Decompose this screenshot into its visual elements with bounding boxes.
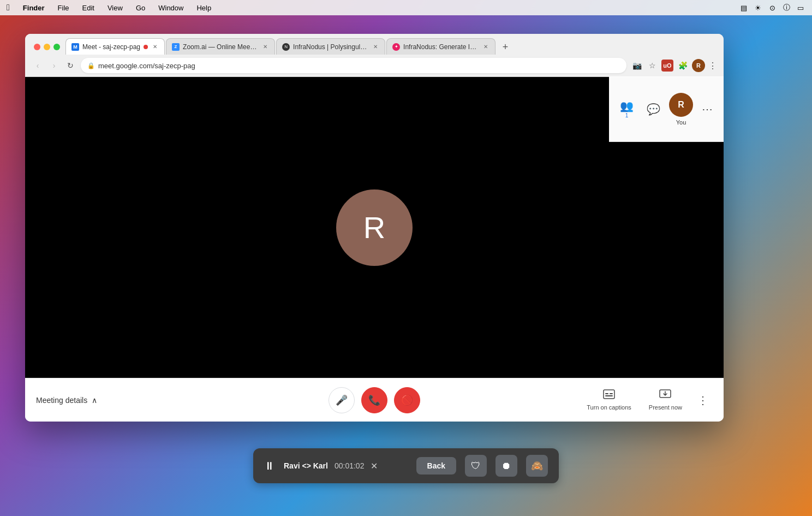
call-duration: 00:01:02 (335, 461, 365, 470)
menu-file[interactable]: File (56, 3, 71, 13)
infra2-favicon: ✦ (392, 43, 400, 51)
tab-meet-label: Meet - saj-zecp-pag (82, 43, 140, 51)
bottom-bar: Meeting details ∧ 🎤 📞 🚫 (25, 378, 724, 422)
camera-button[interactable]: 🚫 (394, 387, 420, 413)
apple-menu-icon[interactable]:  (7, 3, 10, 13)
user-initial: R (363, 210, 385, 245)
forward-button[interactable]: › (48, 60, 60, 72)
shield-icon-button[interactable]: 🛡 (465, 455, 487, 477)
screen-icon[interactable]: ▤ (739, 3, 749, 13)
menu-edit[interactable]: Edit (80, 3, 97, 13)
call-controls: 🎤 📞 🚫 (329, 387, 420, 413)
people-count: 1 (625, 112, 629, 118)
chat-button[interactable]: 💬 (642, 97, 665, 121)
tab-infra1-label: InfraNodus | Polysingularity (293, 43, 368, 51)
tab-zoom-close[interactable]: ✕ (261, 43, 269, 51)
record-icon-button[interactable]: ⏺ (495, 455, 517, 477)
you-avatar-container: R You (669, 93, 693, 126)
profile-icon[interactable]: R (692, 59, 705, 72)
meet-favicon: M (71, 43, 79, 51)
menu-finder[interactable]: Finder (21, 3, 47, 13)
meeting-details-chevron: ∧ (92, 396, 97, 405)
present-now-button[interactable]: Present now (642, 385, 689, 415)
hide-icon: 🙈 (531, 460, 543, 472)
menu-go[interactable]: Go (134, 3, 147, 13)
maximize-window-button[interactable] (53, 44, 60, 50)
sidebar-more-button[interactable]: ⋯ (697, 98, 717, 120)
call-name: Ravi <> Karl (284, 461, 328, 470)
minimize-window-button[interactable] (44, 44, 50, 50)
tab-infra2-label: InfraNodus: Generate Insight U... (403, 43, 479, 51)
more-options-button[interactable]: ⋮ (693, 390, 713, 410)
toolbar-buttons: 📷 ☆ uO 🧩 R ⋮ (631, 59, 717, 72)
people-icon: 👥 (620, 99, 634, 112)
tab-infra1-close[interactable]: ✕ (372, 43, 379, 51)
browser-chrome: M Meet - saj-zecp-pag ✕ Z Zoom.ai — Onli… (25, 34, 724, 77)
address-input[interactable]: 🔒 meet.google.com/saj-zecp-pag (81, 58, 626, 73)
present-label: Present now (649, 404, 682, 411)
macos-menubar:  Finder File Edit View Go Window Help ▤… (0, 0, 812, 15)
battery-icon[interactable]: ▭ (796, 3, 805, 13)
wifi-icon[interactable]: ☀ (753, 3, 763, 13)
tab-infra2-close[interactable]: ✕ (482, 43, 489, 51)
menu-view[interactable]: View (105, 3, 125, 13)
notification-bar: ⏸ Ravi <> Karl 00:01:02 ✕ Back 🛡 ⏺ 🙈 (253, 448, 559, 483)
user-avatar: R (336, 189, 413, 266)
notification-text: Ravi <> Karl 00:01:02 ✕ (284, 461, 408, 471)
meet-sidebar-panel: 👥 1 💬 R You ⋯ (609, 76, 724, 142)
info-icon[interactable]: ⓘ (781, 3, 791, 13)
notification-close-icon[interactable]: ✕ (371, 461, 378, 471)
tab-zoom-label: Zoom.ai — Online Meeting Sch... (183, 43, 258, 51)
camera-off-icon: 🚫 (401, 394, 413, 406)
tab-infra2[interactable]: ✦ InfraNodus: Generate Insight U... ✕ (386, 38, 495, 55)
zoom-favicon: Z (172, 43, 180, 51)
tab-meet-close[interactable]: ✕ (151, 43, 159, 51)
traffic-lights (29, 44, 64, 55)
ssl-lock-icon: 🔒 (87, 62, 95, 69)
record-icon: ⏺ (501, 460, 511, 472)
you-label: You (676, 119, 686, 126)
svg-rect-0 (604, 390, 614, 399)
close-window-button[interactable] (34, 44, 40, 50)
meeting-details-button[interactable]: Meeting details ∧ (36, 396, 97, 405)
recording-indicator (144, 45, 148, 49)
menu-window[interactable]: Window (156, 3, 186, 13)
browser-window: M Meet - saj-zecp-pag ✕ Z Zoom.ai — Onli… (25, 34, 724, 422)
mic-icon: 🎤 (336, 394, 348, 406)
tab-bar: M Meet - saj-zecp-pag ✕ Z Zoom.ai — Onli… (25, 34, 724, 55)
refresh-button[interactable]: ↻ (64, 60, 76, 72)
meeting-details-label: Meeting details (36, 396, 87, 405)
star-icon[interactable]: ☆ (646, 60, 658, 72)
tab-infra1[interactable]: N InfraNodus | Polysingularity ✕ (276, 38, 385, 55)
menubar-right-icons: ▤ ☀ ⊙ ⓘ ▭ (739, 3, 805, 13)
tab-zoom[interactable]: Z Zoom.ai — Online Meeting Sch... ✕ (166, 38, 275, 55)
end-call-icon: 📞 (368, 394, 380, 406)
address-text: meet.google.com/saj-zecp-pag (98, 62, 195, 70)
hide-icon-button[interactable]: 🙈 (526, 455, 548, 477)
back-button[interactable]: ‹ (32, 60, 44, 72)
pause-button[interactable]: ⏸ (264, 460, 275, 472)
extensions-icon[interactable]: 🧩 (677, 60, 689, 72)
right-controls: Turn on captions Present now ⋮ (580, 385, 713, 415)
present-icon (659, 389, 671, 402)
end-call-button[interactable]: 📞 (361, 387, 387, 413)
microphone-button[interactable]: 🎤 (329, 387, 355, 413)
ublock-icon[interactable]: uO (661, 60, 673, 72)
captions-label: Turn on captions (587, 404, 631, 411)
camera-toolbar-icon[interactable]: 📷 (631, 60, 643, 72)
chat-icon: 💬 (647, 103, 660, 116)
time-icon[interactable]: ⊙ (767, 3, 777, 13)
tab-meet[interactable]: M Meet - saj-zecp-pag ✕ (65, 38, 165, 55)
you-avatar-circle: R (669, 93, 693, 117)
captions-icon (603, 389, 615, 402)
captions-button[interactable]: Turn on captions (580, 385, 638, 415)
new-tab-button[interactable]: + (498, 39, 513, 55)
address-bar: ‹ › ↻ 🔒 meet.google.com/saj-zecp-pag 📷 ☆… (25, 55, 724, 76)
svg-rect-2 (610, 393, 613, 394)
browser-menu-button[interactable]: ⋮ (708, 61, 717, 71)
people-button[interactable]: 👥 1 (616, 97, 638, 121)
shield-icon: 🛡 (471, 460, 481, 472)
menu-help[interactable]: Help (194, 3, 213, 13)
back-button[interactable]: Back (416, 457, 456, 475)
svg-rect-1 (605, 393, 608, 394)
